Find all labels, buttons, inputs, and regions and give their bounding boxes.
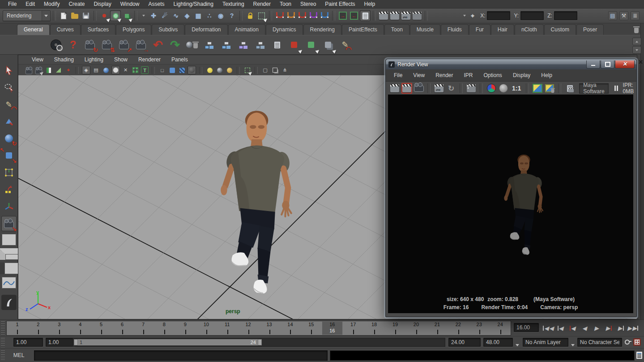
menu-item[interactable]: Stereo <box>296 0 320 8</box>
go-to-end-button[interactable]: ▶▶ <box>627 322 639 334</box>
shelf-scroll-down-icon[interactable] <box>632 46 641 54</box>
shelf-tab[interactable]: Curves <box>50 24 81 35</box>
render-view-menu-item[interactable]: Display <box>508 72 536 78</box>
timeline-frame[interactable]: 4 4 <box>70 321 91 335</box>
time-slider-grip[interactable] <box>1 321 5 335</box>
timeline-frame[interactable]: 2 2 <box>28 321 49 335</box>
right-dock-edge[interactable] <box>640 23 644 319</box>
camera-tool[interactable]: ↘ <box>1 216 17 231</box>
anim-layer-dropdown-arrow[interactable] <box>516 341 519 348</box>
menu-item[interactable]: Assets <box>144 0 169 8</box>
snap-curve-icon[interactable]: ☄ <box>159 10 170 21</box>
scale-tool[interactable]: ↖↘ <box>1 148 17 163</box>
playback-start-input[interactable] <box>46 338 75 347</box>
menu-item[interactable]: Help <box>360 0 380 8</box>
render-current-frame-icon[interactable] <box>401 83 412 94</box>
shelf-tab[interactable]: Poser <box>576 24 604 35</box>
step-back-key-button[interactable]: ◀ <box>567 322 578 334</box>
single-pane-layout[interactable] <box>2 234 16 246</box>
isolate-select-icon[interactable] <box>243 66 252 74</box>
timeline-frame[interactable]: 18 18 <box>364 321 385 335</box>
snap-flyout-arrow-icon[interactable] <box>140 12 148 20</box>
output-connections-icon[interactable]: ← <box>349 10 359 21</box>
redo-previous-render-icon[interactable] <box>389 83 400 94</box>
render-sequence-icon[interactable] <box>412 10 422 21</box>
auto-keyframe-toggle-icon[interactable] <box>633 338 641 346</box>
x-coordinate-input[interactable] <box>487 11 510 20</box>
playback-end-input[interactable] <box>448 338 481 347</box>
save-scene-icon[interactable] <box>81 10 91 21</box>
default-light-icon[interactable] <box>205 66 214 74</box>
specular-light-icon[interactable] <box>225 66 234 74</box>
character-set-field[interactable] <box>577 338 622 347</box>
snap-plane-icon[interactable]: ◈ <box>182 10 192 21</box>
magnet-curve-icon[interactable] <box>286 10 296 21</box>
timeline-frame[interactable]: 17 17 <box>343 321 364 335</box>
snap-point-icon[interactable]: ∿ <box>171 10 181 21</box>
play-forwards-button[interactable]: ▶ <box>591 322 602 334</box>
script-editor-icon[interactable] <box>636 352 642 359</box>
minimize-button[interactable] <box>586 60 600 69</box>
go-to-start-button[interactable]: ◀◀ <box>542 322 554 334</box>
step-back-frame-button[interactable]: ◀ <box>554 322 566 334</box>
render-view-menu-item[interactable]: View <box>408 72 430 78</box>
hypergraph-hierarchy-icon[interactable] <box>201 37 217 52</box>
ipr-render-icon[interactable]: IPR <box>434 83 444 94</box>
timeline-frame[interactable]: 24 24 <box>490 321 511 335</box>
panel-menu-item[interactable]: Panels <box>166 56 193 63</box>
panel-menu-item[interactable]: Show <box>109 56 133 63</box>
time-slider-ruler[interactable]: 1 1 2 2 3 3 4 4 5 5 <box>6 321 511 336</box>
menu-item[interactable]: Display <box>89 0 115 8</box>
ipr-render-icon[interactable]: IPR <box>401 10 411 21</box>
snap-center-icon[interactable]: ∴ <box>204 10 215 21</box>
timeline-frame[interactable]: 7 7 <box>133 321 154 335</box>
wireframe-on-shaded-icon[interactable] <box>271 66 279 74</box>
close-button[interactable]: ✕ <box>615 60 635 69</box>
shared-nodes-icon[interactable]: ⋔ <box>281 66 289 74</box>
rotate-tool[interactable]: ↻ <box>1 131 17 146</box>
shelf-tab[interactable]: Fluids <box>441 24 469 35</box>
timeline-frame[interactable]: 23 23 <box>469 321 490 335</box>
tool-settings-toggle-icon[interactable]: ⚒ <box>619 11 628 20</box>
shelf-tab[interactable]: Muscle <box>410 24 440 35</box>
menu-item[interactable]: Render <box>249 0 275 8</box>
universal-manipulator-tool[interactable] <box>1 165 17 180</box>
hypergraph-connections-icon[interactable] <box>218 37 234 52</box>
menu-set-dropdown-arrow[interactable] <box>42 11 50 21</box>
move-tool[interactable] <box>1 114 17 129</box>
shelf-tab[interactable]: General <box>17 24 50 35</box>
y-coordinate-input[interactable] <box>520 11 544 20</box>
keep-image-icon[interactable] <box>532 83 543 94</box>
render-view-title-bar[interactable]: Render View ✕ <box>386 59 636 69</box>
snapshot-icon[interactable] <box>414 83 424 94</box>
timeline-frame[interactable]: 6 6 <box>112 321 133 335</box>
playback-range-bar[interactable]: 1 24 <box>74 339 262 345</box>
open-scene-icon[interactable] <box>69 10 80 21</box>
panel-menu-item[interactable]: View <box>26 56 49 63</box>
magnet-axis-icon[interactable] <box>308 10 319 21</box>
construction-history-icon[interactable] <box>360 10 371 21</box>
select-hierarchy-icon[interactable] <box>99 10 110 21</box>
view-selected-icon[interactable]: ⌖ <box>64 66 73 74</box>
bookmarks-icon[interactable] <box>44 66 53 74</box>
timeline-frame[interactable]: 22 22 <box>448 321 469 335</box>
resolution-gate-icon[interactable] <box>102 66 110 74</box>
film-gate-icon[interactable]: ▤ <box>92 66 100 74</box>
select-object-shelf-icon[interactable] <box>286 37 302 52</box>
camera-tumble-icon[interactable]: ⇅ <box>99 37 115 52</box>
menu-item[interactable]: Edit <box>21 0 39 8</box>
hypershade-icon[interactable] <box>235 37 251 52</box>
graph-editor-icon[interactable] <box>252 37 268 52</box>
render-region-icon[interactable] <box>466 83 477 94</box>
rendered-image-canvas[interactable]: size: 640 x 480 zoom: 0.828 (Maya Softwa… <box>388 95 633 313</box>
snap-grid-icon[interactable]: ✚ <box>148 10 159 21</box>
animation-start-input[interactable] <box>13 338 43 347</box>
select-object-icon[interactable] <box>110 10 121 21</box>
safe-title-icon[interactable]: T <box>141 66 149 74</box>
zoom-one-to-one-label[interactable]: 1:1 <box>510 85 523 91</box>
playblast-icon[interactable] <box>48 37 64 52</box>
shelf-delete-icon[interactable] <box>632 26 640 34</box>
camera-orbit-icon[interactable]: ↻ <box>82 37 98 52</box>
select-tool[interactable] <box>1 63 17 78</box>
character-model[interactable] <box>218 108 299 299</box>
